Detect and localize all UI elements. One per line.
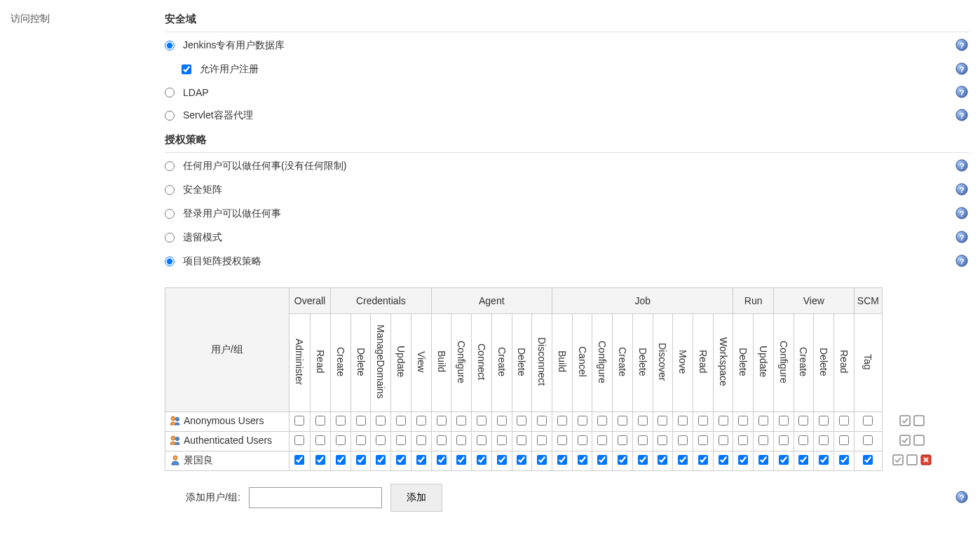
perm-checkbox[interactable] xyxy=(839,435,849,445)
delete-row-icon[interactable] xyxy=(920,454,932,468)
perm-checkbox[interactable] xyxy=(497,455,507,465)
perm-checkbox[interactable] xyxy=(719,455,728,465)
perm-checkbox[interactable] xyxy=(557,435,567,445)
select-all-icon[interactable] xyxy=(892,454,904,468)
perm-checkbox[interactable] xyxy=(863,435,873,445)
realm-ldap-input[interactable] xyxy=(165,88,175,97)
help-icon[interactable]: ? xyxy=(955,62,968,77)
perm-checkbox[interactable] xyxy=(315,455,325,465)
help-icon[interactable]: ? xyxy=(955,86,968,100)
add-button[interactable]: 添加 xyxy=(390,484,442,512)
perm-checkbox[interactable] xyxy=(456,435,466,445)
perm-checkbox[interactable] xyxy=(315,416,325,426)
help-icon[interactable]: ? xyxy=(955,159,968,174)
perm-checkbox[interactable] xyxy=(798,416,808,426)
perm-checkbox[interactable] xyxy=(618,416,627,426)
perm-checkbox[interactable] xyxy=(839,455,849,465)
perm-checkbox[interactable] xyxy=(356,435,366,445)
perm-checkbox[interactable] xyxy=(557,455,567,465)
perm-checkbox[interactable] xyxy=(477,435,486,445)
allow-signup-input[interactable] xyxy=(182,64,191,74)
select-all-icon[interactable] xyxy=(899,435,911,448)
select-all-icon[interactable] xyxy=(899,415,911,428)
perm-checkbox[interactable] xyxy=(638,435,648,445)
perm-checkbox[interactable] xyxy=(294,435,304,445)
perm-checkbox[interactable] xyxy=(336,435,346,445)
perm-checkbox[interactable] xyxy=(416,455,426,465)
perm-checkbox[interactable] xyxy=(758,435,768,445)
perm-checkbox[interactable] xyxy=(557,416,567,426)
perm-checkbox[interactable] xyxy=(863,416,873,426)
help-icon[interactable]: ? xyxy=(955,207,968,222)
perm-checkbox[interactable] xyxy=(517,455,526,465)
perm-checkbox[interactable] xyxy=(294,416,304,426)
deselect-all-icon[interactable] xyxy=(913,415,925,428)
perm-checkbox[interactable] xyxy=(798,435,808,445)
perm-checkbox[interactable] xyxy=(356,416,366,426)
perm-checkbox[interactable] xyxy=(396,455,406,465)
perm-checkbox[interactable] xyxy=(658,435,667,445)
perm-checkbox[interactable] xyxy=(517,435,526,445)
perm-checkbox[interactable] xyxy=(477,455,486,465)
perm-checkbox[interactable] xyxy=(698,416,708,426)
perm-checkbox[interactable] xyxy=(578,416,587,426)
perm-checkbox[interactable] xyxy=(638,416,648,426)
perm-checkbox[interactable] xyxy=(819,435,829,445)
perm-checkbox[interactable] xyxy=(416,435,426,445)
deselect-all-icon[interactable] xyxy=(913,435,925,448)
perm-checkbox[interactable] xyxy=(578,455,587,465)
perm-checkbox[interactable] xyxy=(779,435,789,445)
perm-checkbox[interactable] xyxy=(779,416,789,426)
perm-checkbox[interactable] xyxy=(719,416,728,426)
perm-checkbox[interactable] xyxy=(758,416,768,426)
realm-jenkins-db-input[interactable] xyxy=(165,41,175,50)
perm-checkbox[interactable] xyxy=(819,455,829,465)
perm-checkbox[interactable] xyxy=(638,455,648,465)
realm-servlet-input[interactable] xyxy=(165,111,175,121)
help-icon[interactable]: ? xyxy=(955,109,968,123)
perm-checkbox[interactable] xyxy=(437,416,447,426)
help-icon[interactable]: ? xyxy=(955,491,968,505)
perm-checkbox[interactable] xyxy=(376,435,386,445)
perm-checkbox[interactable] xyxy=(537,416,547,426)
perm-checkbox[interactable] xyxy=(517,416,526,426)
help-icon[interactable]: ? xyxy=(955,39,968,53)
perm-checkbox[interactable] xyxy=(537,435,547,445)
perm-checkbox[interactable] xyxy=(597,435,607,445)
auth-logged-in-input[interactable] xyxy=(165,209,175,219)
perm-checkbox[interactable] xyxy=(336,416,346,426)
perm-checkbox[interactable] xyxy=(658,416,667,426)
perm-checkbox[interactable] xyxy=(578,435,587,445)
perm-checkbox[interactable] xyxy=(597,455,607,465)
perm-checkbox[interactable] xyxy=(437,435,447,445)
perm-checkbox[interactable] xyxy=(678,455,688,465)
perm-checkbox[interactable] xyxy=(497,416,507,426)
perm-checkbox[interactable] xyxy=(416,416,426,426)
auth-legacy-input[interactable] xyxy=(165,233,175,243)
perm-checkbox[interactable] xyxy=(336,455,346,465)
perm-checkbox[interactable] xyxy=(819,416,829,426)
perm-checkbox[interactable] xyxy=(863,455,873,465)
perm-checkbox[interactable] xyxy=(356,455,366,465)
deselect-all-icon[interactable] xyxy=(906,454,918,468)
perm-checkbox[interactable] xyxy=(437,455,447,465)
perm-checkbox[interactable] xyxy=(597,416,607,426)
auth-matrix-input[interactable] xyxy=(165,185,175,195)
perm-checkbox[interactable] xyxy=(698,455,708,465)
perm-checkbox[interactable] xyxy=(758,455,768,465)
perm-checkbox[interactable] xyxy=(719,435,728,445)
perm-checkbox[interactable] xyxy=(396,435,406,445)
perm-checkbox[interactable] xyxy=(315,435,325,445)
auth-anyone-input[interactable] xyxy=(165,161,175,171)
perm-checkbox[interactable] xyxy=(698,435,708,445)
perm-checkbox[interactable] xyxy=(376,416,386,426)
perm-checkbox[interactable] xyxy=(294,455,304,465)
perm-checkbox[interactable] xyxy=(798,455,808,465)
perm-checkbox[interactable] xyxy=(376,455,386,465)
perm-checkbox[interactable] xyxy=(779,455,789,465)
help-icon[interactable]: ? xyxy=(955,183,968,198)
help-icon[interactable]: ? xyxy=(955,254,968,269)
perm-checkbox[interactable] xyxy=(477,416,486,426)
perm-checkbox[interactable] xyxy=(738,435,748,445)
perm-checkbox[interactable] xyxy=(396,416,406,426)
